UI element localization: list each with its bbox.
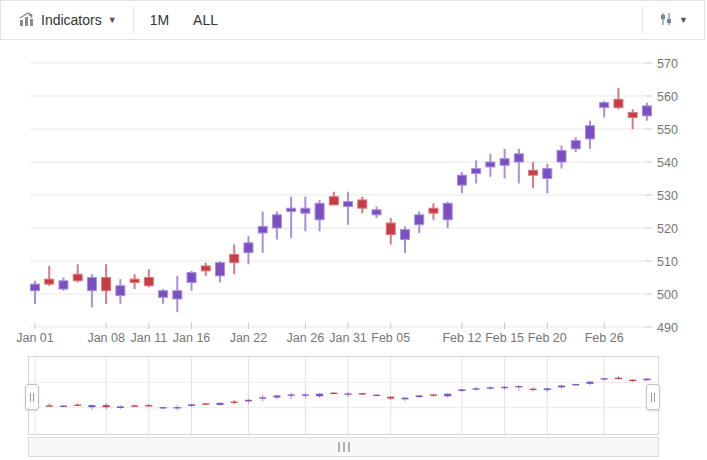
svg-text:Jan 31: Jan 31 [329, 331, 367, 345]
candle [614, 88, 623, 109]
candle [628, 109, 637, 129]
candles [31, 88, 652, 312]
candle [301, 197, 310, 232]
chart-settings-button[interactable]: ▼ [649, 6, 698, 34]
candle [486, 154, 495, 177]
candle [144, 269, 153, 287]
candlestick-chart: 570560550540530520510500490Jan 01Jan 08J… [0, 0, 707, 460]
candle [159, 289, 168, 304]
svg-text:530: 530 [657, 189, 678, 203]
candle [215, 261, 224, 282]
range-navigator-right-handle[interactable] [646, 384, 660, 410]
svg-text:550: 550 [657, 123, 678, 137]
svg-text:500: 500 [657, 288, 678, 302]
svg-text:Feb 05: Feb 05 [371, 331, 410, 345]
candle [329, 192, 338, 205]
range-navigator [29, 357, 659, 435]
svg-text:540: 540 [657, 156, 678, 170]
candle [457, 172, 466, 193]
svg-text:Jan 26: Jan 26 [287, 331, 325, 345]
candle [529, 162, 538, 188]
chevron-down-icon: ▼ [679, 16, 688, 25]
candle [45, 266, 54, 286]
candle [557, 146, 566, 169]
bar-chart-icon [19, 12, 35, 29]
candle [73, 264, 82, 282]
toolbar-separator [133, 7, 134, 33]
candle [543, 164, 552, 194]
sliders-icon [659, 12, 673, 29]
candle [472, 160, 481, 183]
candle [642, 103, 651, 121]
range-button-all[interactable]: ALL [183, 8, 228, 32]
candle [600, 101, 609, 118]
candle [386, 218, 395, 244]
candle [372, 207, 381, 219]
candle [187, 271, 196, 291]
x-axis: Jan 01Jan 08Jan 11Jan 16Jan 22Jan 26Jan … [16, 323, 623, 346]
candle [415, 212, 424, 233]
svg-text:Jan 16: Jan 16 [173, 331, 211, 345]
svg-text:570: 570 [657, 57, 678, 71]
candle [443, 202, 452, 228]
range-selector-buttons: 1MALL [140, 8, 228, 32]
toolbar: Indicators ▼ 1MALL ▼ [0, 0, 705, 40]
candle [585, 121, 594, 149]
candle [244, 236, 253, 264]
svg-text:Jan 11: Jan 11 [131, 331, 168, 345]
chevron-down-icon: ▼ [108, 16, 117, 25]
indicators-button[interactable]: Indicators ▼ [9, 6, 127, 34]
range-navigator-scrollbar[interactable] [28, 437, 659, 457]
candle [272, 212, 281, 240]
svg-text:Feb 20: Feb 20 [528, 331, 567, 345]
svg-text:560: 560 [657, 90, 678, 104]
candle [258, 212, 267, 253]
candle [116, 279, 125, 304]
candle [102, 264, 111, 304]
candle [500, 149, 509, 179]
candle [429, 203, 438, 220]
toolbar-right: ▼ [636, 6, 698, 34]
svg-text:520: 520 [657, 222, 678, 236]
svg-text:Jan 22: Jan 22 [230, 331, 268, 345]
stock-chart-widget: Indicators ▼ 1MALL ▼ 5705605505405305205… [0, 0, 707, 460]
candle [315, 200, 324, 231]
y-axis: 570560550540530520510500490 [30, 57, 678, 335]
candle [287, 197, 296, 238]
candle [59, 278, 68, 291]
candle [514, 149, 523, 184]
range-navigator-left-handle[interactable] [25, 384, 39, 410]
range-button-1m[interactable]: 1M [140, 8, 179, 32]
svg-text:Feb 26: Feb 26 [585, 331, 624, 345]
candle [31, 281, 40, 304]
candle [87, 274, 96, 307]
candle [201, 263, 210, 276]
indicators-label: Indicators [41, 12, 102, 28]
svg-text:Jan 01: Jan 01 [16, 331, 54, 345]
candle [358, 197, 367, 214]
svg-text:510: 510 [657, 255, 678, 269]
svg-text:Feb 15: Feb 15 [485, 331, 524, 345]
candle [571, 137, 580, 152]
candle [344, 192, 353, 225]
toolbar-separator [642, 7, 643, 33]
candle [400, 226, 409, 252]
svg-text:490: 490 [657, 321, 678, 335]
candle [173, 276, 182, 312]
candle [130, 274, 139, 289]
svg-text:Feb 12: Feb 12 [442, 331, 481, 345]
candle [230, 245, 239, 275]
svg-text:Jan 08: Jan 08 [87, 331, 125, 345]
